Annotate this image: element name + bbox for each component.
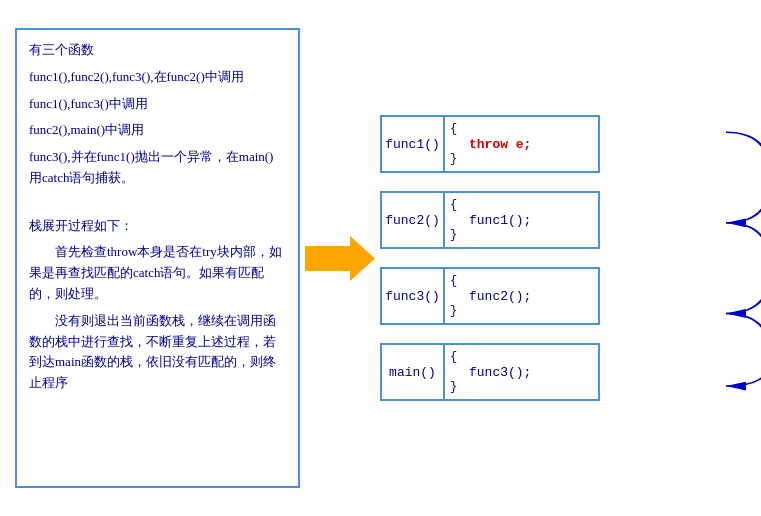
text-line8: 首先检查throw本身是否在try块内部，如果是再查找匹配的catch语句。如果…: [29, 242, 286, 304]
svg-marker-0: [305, 236, 375, 281]
brace-close-icon: }: [450, 152, 457, 166]
func2-label: func2(): [380, 191, 445, 249]
func1-label: func1(): [380, 115, 445, 173]
func2-body: { } func1();: [445, 191, 600, 249]
func1-code: throw e;: [469, 137, 531, 152]
main-row: main() { } func3();: [380, 343, 706, 401]
text-line7: 栈展开过程如下：: [29, 216, 286, 237]
text-line5: func3(),并在func1()抛出一个异常，在main()用catch语句捕…: [29, 147, 286, 189]
func3-body: { } func2();: [445, 267, 600, 325]
brace-open-icon: {: [450, 122, 457, 136]
main-body: { } func3();: [445, 343, 600, 401]
text-line3: func1(),func3()中调用: [29, 94, 286, 115]
brace-close-icon: }: [450, 228, 457, 242]
brace-close-icon: }: [450, 380, 457, 394]
text-line9: 没有则退出当前函数栈，继续在调用函数的栈中进行查找，不断重复上述过程，若到达ma…: [29, 311, 286, 394]
func3-code: func2();: [469, 289, 531, 304]
func2-row: func2() { } func1();: [380, 191, 706, 249]
brace-open-icon: {: [450, 274, 457, 288]
curved-arrows-svg: [716, 115, 761, 401]
text-line4: func2(),main()中调用: [29, 120, 286, 141]
main-label: main(): [380, 343, 445, 401]
func1-body: { } throw e;: [445, 115, 600, 173]
func3-label: func3(): [380, 267, 445, 325]
brace-open-icon: {: [450, 350, 457, 364]
main-container: 有三个函数 func1(),func2(),func3(),在func2()中调…: [0, 0, 761, 516]
func1-row: func1() { } throw e;: [380, 115, 706, 173]
main-code: func3();: [469, 365, 531, 380]
text-line1: 有三个函数: [29, 40, 286, 61]
text-line2: func1(),func2(),func3(),在func2()中调用: [29, 67, 286, 88]
arrow-container: [300, 236, 380, 281]
text-panel: 有三个函数 func1(),func2(),func3(),在func2()中调…: [15, 28, 300, 488]
brace-close-icon: }: [450, 304, 457, 318]
diagram-container: func1() { } throw e; func2() { } func1()…: [380, 115, 746, 401]
func3-row: func3() { } func2();: [380, 267, 706, 325]
func2-code: func1();: [469, 213, 531, 228]
brace-open-icon: {: [450, 198, 457, 212]
right-arrow-icon: [305, 236, 375, 281]
